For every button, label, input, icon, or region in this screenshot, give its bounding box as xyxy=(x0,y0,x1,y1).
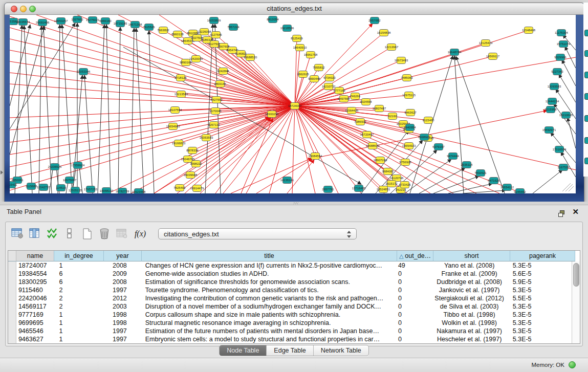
node-table[interactable]: namein_degreeyeartitle△out_de…shortpager… xyxy=(8,250,580,344)
graph-node[interactable]: 13226058 xyxy=(198,29,211,35)
dropdown-stepper-icon[interactable] xyxy=(347,229,353,240)
table-cell[interactable]: de Silva et al. (2003) xyxy=(431,302,508,311)
table-cell[interactable]: 1998 xyxy=(103,319,141,327)
graph-node[interactable]: 62160 xyxy=(388,113,398,120)
graph-node[interactable]: 16961758 xyxy=(304,52,318,58)
graph-node[interactable]: 1167533 xyxy=(558,164,570,171)
table-body[interactable]: 1872400712008Changes of HCN gene express… xyxy=(8,261,572,343)
graph-node[interactable]: 16210645 xyxy=(559,112,573,119)
column-header-short[interactable]: short xyxy=(433,251,510,261)
graph-node[interactable]: 6734023 xyxy=(323,75,336,81)
graph-node[interactable]: 21564436 xyxy=(345,107,359,114)
graph-node[interactable]: 2935114 xyxy=(461,162,473,168)
delete-table-icon[interactable] xyxy=(97,226,112,242)
table-header-row[interactable]: namein_degreeyeartitle△out_de…shortpager… xyxy=(8,251,580,261)
column-header-name[interactable]: name xyxy=(16,251,54,261)
table-cell[interactable]: Investigating the contribution of common… xyxy=(141,294,395,302)
table-cell[interactable]: 5.3E-5 xyxy=(508,261,572,270)
graph-node[interactable]: 2803144 xyxy=(214,81,226,87)
table-cell[interactable]: 0 xyxy=(395,294,431,302)
graph-node[interactable]: 14136141 xyxy=(280,177,294,184)
column-header-year[interactable]: year xyxy=(104,251,142,261)
citation-edge[interactable] xyxy=(256,159,313,193)
graph-node[interactable]: 6466160 xyxy=(99,18,112,25)
citation-edge[interactable] xyxy=(215,118,271,193)
table-cell[interactable]: Genome-wide association studies in ADHD. xyxy=(141,270,395,278)
graph-edge[interactable] xyxy=(554,104,576,134)
table-row[interactable]: 1872400712008Changes of HCN gene express… xyxy=(8,261,572,270)
table-cell[interactable]: Embryonic stem cells: a model to study s… xyxy=(141,335,395,343)
tab-network-table[interactable]: Network Table xyxy=(314,345,368,356)
graph-node[interactable]: 18640910 xyxy=(293,45,307,51)
table-cell[interactable]: Tourette syndrome. Phenomenology and cla… xyxy=(141,286,395,294)
table-cell[interactable]: 9463627 xyxy=(16,335,54,343)
table-cell[interactable]: 5.9E-5 xyxy=(508,278,572,286)
table-cell[interactable]: 22420046 xyxy=(16,294,54,302)
graph-node[interactable]: 1115688 xyxy=(26,183,37,190)
tab-node-table[interactable]: Node Table xyxy=(220,345,267,356)
table-cell[interactable]: 2 xyxy=(54,286,104,294)
graph-node[interactable]: 3267130 xyxy=(208,122,220,128)
graph-node[interactable]: 8938923 xyxy=(418,134,430,141)
citation-edge[interactable] xyxy=(154,106,295,193)
select-all-icon[interactable] xyxy=(45,226,60,242)
table-cell[interactable]: 5.3E-5 xyxy=(508,286,572,294)
table-cell[interactable]: 5.6E-5 xyxy=(508,270,572,278)
citation-edge[interactable] xyxy=(108,106,295,193)
table-cell[interactable]: 19384554 xyxy=(16,270,54,278)
table-row[interactable]: 1456911722003Disruption of a novel membe… xyxy=(8,302,572,311)
column-header-out_de[interactable]: △out_de… xyxy=(397,251,433,261)
graph-node[interactable]: 12093583 xyxy=(548,83,561,90)
table-cell[interactable]: 2009 xyxy=(103,270,141,278)
table-cell[interactable]: 0 xyxy=(395,286,431,294)
table-cell[interactable]: 6 xyxy=(54,270,104,278)
graph-node[interactable]: 8471626 xyxy=(488,178,500,184)
table-cell[interactable]: Disruption of a novel member of a sodium… xyxy=(141,302,395,311)
graph-edge[interactable] xyxy=(24,26,32,193)
citation-edge[interactable] xyxy=(287,160,314,193)
graph-edge[interactable] xyxy=(410,56,453,193)
table-cell[interactable]: 0 xyxy=(395,311,431,319)
graph-node[interactable]: 9245652 xyxy=(514,189,526,194)
graph-edge[interactable] xyxy=(62,25,72,193)
table-cell[interactable]: Dudbridge et al. (2008) xyxy=(431,278,508,286)
table-cell[interactable]: 9115460 xyxy=(16,286,54,294)
row-selector-icon[interactable] xyxy=(62,226,77,242)
graph-node[interactable]: 17957253 xyxy=(84,186,98,193)
graph-node[interactable]: 11175304 xyxy=(555,30,568,36)
graph-edge[interactable] xyxy=(463,190,506,193)
graph-node[interactable]: 114519 xyxy=(56,185,66,191)
table-cell[interactable]: Nakamura et al. (1997) xyxy=(431,327,508,335)
graph-node[interactable]: 12125419 xyxy=(479,40,493,47)
table-row[interactable]: 2242004622012Investigating the contribut… xyxy=(8,294,572,302)
graph-edge[interactable] xyxy=(568,118,576,148)
table-cell[interactable]: 1 xyxy=(54,319,104,327)
graph-node[interactable]: 7955812 xyxy=(313,64,325,71)
graph-node[interactable]: 1640954 xyxy=(404,124,416,131)
float-window-icon[interactable] xyxy=(558,208,565,215)
graph-node[interactable]: 9170046 xyxy=(209,108,222,115)
graph-edge[interactable] xyxy=(123,47,361,184)
table-row[interactable]: 911546021997Tourette syndrome. Phenomeno… xyxy=(8,286,572,294)
table-cell[interactable]: 0 xyxy=(395,278,431,286)
graph-node[interactable]: 16648784 xyxy=(448,49,462,56)
table-cell[interactable]: Estimation of significance thresholds fo… xyxy=(141,278,395,286)
scrollbar-thumb[interactable] xyxy=(573,263,579,287)
memory-status-icon[interactable] xyxy=(569,361,576,368)
graph-node[interactable]: 7386932 xyxy=(354,119,366,125)
table-cell[interactable]: 5.3E-5 xyxy=(508,335,572,343)
graph-node[interactable]: 9242848 xyxy=(217,68,229,75)
graph-node[interactable]: 12444154 xyxy=(546,98,559,105)
graph-node[interactable]: 15692971 xyxy=(542,127,556,134)
graph-node[interactable]: 8125419 xyxy=(291,35,303,42)
table-cell[interactable]: 2008 xyxy=(103,278,141,286)
table-cell[interactable]: 0 xyxy=(395,319,431,327)
canvas-resize-grip[interactable] xyxy=(569,186,574,191)
table-cell[interactable]: Estimation of the future numbers of pati… xyxy=(141,327,395,335)
graph-node[interactable]: 7625402 xyxy=(173,185,186,191)
citation-edge[interactable] xyxy=(10,73,295,106)
table-cell[interactable]: 1 xyxy=(54,261,104,270)
table-cell[interactable]: Wolkin et al. (1998) xyxy=(431,319,508,327)
table-row[interactable]: 946554611997Estimation of the future num… xyxy=(8,327,572,335)
table-cell[interactable]: 1 xyxy=(54,311,104,319)
